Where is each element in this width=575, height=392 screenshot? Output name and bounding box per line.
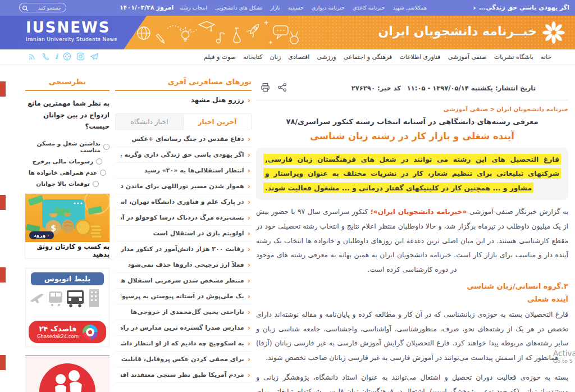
news-item-title: به اسکوچیچ چه دادیم که از او انتظار داشت… <box>121 340 244 347</box>
nav-menu-item[interactable]: کتابخانه <box>243 53 262 61</box>
phone-icon[interactable] <box>42 52 50 61</box>
nav-menu-item[interactable]: اقتصادی <box>288 53 309 61</box>
highlighted-lead: فارغ التحصیل های این رشته می توانند در ش… <box>263 154 561 194</box>
tours-widget-title: تورهای مسافرتی آفری <box>115 78 252 91</box>
site-logo[interactable]: IUSNEWS Iranian University Students News <box>26 20 117 42</box>
brand-mention: «خبرنامه دانشجویان ایران»؛ <box>371 208 467 216</box>
page-edge-marker <box>0 195 6 210</box>
chevron-left-icon: ‹ <box>248 293 250 300</box>
article-paragraph: فارغ التحصیلان بسته به حوزه‌ی زبانشناسی … <box>256 308 568 365</box>
poll-option[interactable]: نداشتن شغل و مسکن مناسب <box>25 140 109 153</box>
news-item-title: دفاع مقدس در جنگ رسانه‌ای +عکس <box>131 135 244 143</box>
tab-latest-news[interactable]: آخرین اخبار <box>183 114 251 130</box>
search-box[interactable] <box>19 3 66 12</box>
article-lead-box: فارغ التحصیل های این رشته می توانند در ش… <box>256 148 568 200</box>
news-ticker[interactable]: اگر یهودی باشی حق زندگی... ‹ <box>473 3 569 12</box>
topbar-menu-item[interactable]: خبرنامه دیواری <box>312 4 345 11</box>
news-list-item[interactable]: ‹ برای مخفی کردن عکس پروفایل، قابلیت جدی… <box>115 352 252 367</box>
news-item-title: در پارک علم و فناوری دانشگاه تهران، استق… <box>121 198 244 206</box>
divider <box>256 100 568 101</box>
news-list-item[interactable]: ‹ در پارک علم و فناوری دانشگاه تهران، اس… <box>115 194 252 210</box>
poll-options: نداشتن شغل و مسکن مناسب رسومات مالی پرخر… <box>25 140 109 187</box>
aparat-icon[interactable] <box>63 52 71 61</box>
news-list-item[interactable]: ‹ مردم آمریکا طبق نظر سنجی معتقدند اقتصا… <box>115 367 252 383</box>
news-list-item[interactable]: ‹ منتظر مشخص شدن سرمربی استقلال هستم <box>115 273 252 289</box>
news-list-item[interactable]: ‹ ناراحتی یحیی گل‌محمدی از خروجی‌ها <box>115 304 252 320</box>
ticker-chevron-icon[interactable]: ‹ <box>473 3 476 12</box>
nav-menu-item[interactable]: ورزشی <box>317 53 336 61</box>
breadcrumb-root[interactable]: خبرنامه دانشجویان ایران <box>496 106 568 112</box>
nav-menu-item[interactable]: زنان <box>270 53 281 61</box>
news-list-item[interactable]: ‹ پشت‌پرده مرگ دردناک درسا کوچولو در آمب… <box>115 210 252 226</box>
nav-menu-item[interactable]: فناوری اطلاعات <box>399 53 440 61</box>
news-item-title: انتظار استقلالی‌ها به «۲۰» رسید <box>144 167 244 174</box>
news-list-item[interactable]: ‹ فعلاً ارز ترجیحی داروها حذف نمی‌شود <box>115 257 252 273</box>
share-icon[interactable] <box>277 83 287 92</box>
news-list-item[interactable]: ‹ اگر یهودی باشی حق زندگی داری وگرنه بای… <box>115 147 252 163</box>
poll-option[interactable]: توقعات بالا جوانان <box>25 180 109 187</box>
nav-menu-item[interactable]: خانه <box>541 53 551 61</box>
news-list-item[interactable]: ‹ دفاع مقدس در جنگ رسانه‌ای +عکس <box>115 131 252 147</box>
news-list-item[interactable]: ‹ یک ملی‌پوش در آستانه پیوستن به پرسپولی… <box>115 289 252 304</box>
social-icons: i <box>28 52 99 61</box>
radio-button[interactable] <box>96 158 102 165</box>
graduation-cap-icon <box>199 21 215 31</box>
tab-university-news[interactable]: اخبار دانشگاه <box>116 114 183 130</box>
article-paragraph: به گزارش خبرنگار صنفی-آموزشی «خبرنامه دا… <box>256 205 568 277</box>
chevron-left-icon: ‹ <box>248 167 250 174</box>
nav-menu-item[interactable]: باشگاه نشریات <box>494 53 533 61</box>
topbar-menu-item[interactable]: حسینیه <box>288 4 304 11</box>
red-logo-ad-banner[interactable] <box>25 355 109 392</box>
chevron-left-icon: ‹ <box>248 340 250 347</box>
bus-ticket-badge: بلیط اتوبوس <box>31 272 104 285</box>
news-list-item[interactable]: ‹ به اسکوچیچ چه دادیم که از او انتظار دا… <box>115 336 252 352</box>
globe-icon <box>138 27 150 39</box>
print-icon[interactable] <box>261 83 270 92</box>
plane-icon <box>30 294 44 303</box>
topbar-menu-item[interactable]: بازار <box>270 4 280 11</box>
topbar-menu-item[interactable]: انتخاب رشته <box>179 4 207 11</box>
ticker-text: اگر یهودی باشی حق زندگی... <box>479 4 569 11</box>
article-paragraph: بسته به حوزه‌ی فعالیت دوران تحصیل و اشتغ… <box>256 371 568 392</box>
ghasedak-ad-banner[interactable]: بلیط اتوبوس قاصدک ۲۴ Ghasedak24.com <box>25 268 109 347</box>
business-ad-banner[interactable]: $ ‹ ورود به کسب و کارتان رونق بدهید <box>25 194 109 258</box>
poll-option-label: رسومات مالی پرخرج <box>33 158 93 165</box>
radio-button[interactable] <box>100 170 106 176</box>
poll-option-label: عدم همراهی خانواده ها <box>29 169 98 176</box>
news-item-title: ناراحتی یحیی گل‌محمدی از خروجی‌ها <box>130 308 244 316</box>
news-list-item[interactable]: ‹ مدارس صدرا گسترده ترین مدارس در راه اج… <box>115 320 252 336</box>
tours-item[interactable]: ‹ رزرو هتل مشهد <box>115 91 252 108</box>
instagram-icon[interactable] <box>76 52 85 61</box>
logo-subtitle: Iranian University Students News <box>26 36 117 42</box>
news-list-item[interactable]: ‹ رقابت ۳۰۰ هزار دانش‌آموز در کنکور مدار… <box>115 241 252 257</box>
topbar-menu-item[interactable]: همکلاسی شهید <box>393 4 427 11</box>
news-item-title: مردم آمریکا طبق نظر سنجی معتقدند اقتصاد … <box>121 371 244 379</box>
ad-enter-button[interactable]: ‹ ورود <box>29 231 54 239</box>
poll-option[interactable]: عدم همراهی خانواده ها <box>25 169 109 176</box>
breadcrumb-section[interactable]: صنفی آموزشی <box>444 106 489 112</box>
article: تاریخ انتشار: یکشنبه ۱۳۹۷/۰۵/۱۴ - ۱۱:۰۵ … <box>256 82 568 392</box>
news-list-item[interactable]: ‹ انتظار استقلالی‌ها به «۲۰» رسید <box>115 163 252 179</box>
pinwheel-logo-icon <box>541 20 566 47</box>
news-code: کد خبر: ۲۷۶۲۹۰ <box>352 84 401 92</box>
topbar-menu-item[interactable]: خبرنامه کاغذی <box>353 4 385 11</box>
tours-item-label: رزرو هتل مشهد <box>191 96 244 104</box>
search-input[interactable] <box>20 3 66 12</box>
news-list-item[interactable]: ‹ هموار شدن مسیر نوراللهی برای ماندن در … <box>115 179 252 194</box>
breadcrumb[interactable]: خبرنامه دانشجویان ایران>صنفی آموزشی <box>256 106 568 112</box>
nav-menu-item[interactable]: صوت و فیلم <box>204 53 236 61</box>
news-list-item[interactable]: ‹ اولویتم بازی در استقلال است <box>115 226 252 241</box>
news-list: ‹ دفاع مقدس در جنگ رسانه‌ای +عکس ‹ اگر ی… <box>115 131 252 383</box>
info-icon[interactable]: i <box>55 52 58 61</box>
topbar-menu-item[interactable]: تشکل های دانشجویی <box>215 4 263 11</box>
poll-option[interactable]: رسومات مالی پرخرج <box>25 158 109 165</box>
nav-menu-item[interactable]: فرهنگی و اجتماعی <box>344 53 393 61</box>
poll-option-label: توقعات بالا جوانان <box>36 180 89 187</box>
radio-button[interactable] <box>103 144 109 150</box>
radio-button[interactable] <box>93 181 99 187</box>
red-circle-logo-icon <box>39 363 95 392</box>
news-item-title: برای مخفی کردن عکس پروفایل، قابلیت جدید … <box>121 355 244 363</box>
nav-menu-item[interactable]: صنفی آموزشی <box>448 53 487 61</box>
rss-icon[interactable] <box>28 52 36 61</box>
telegram-icon[interactable] <box>90 52 99 61</box>
